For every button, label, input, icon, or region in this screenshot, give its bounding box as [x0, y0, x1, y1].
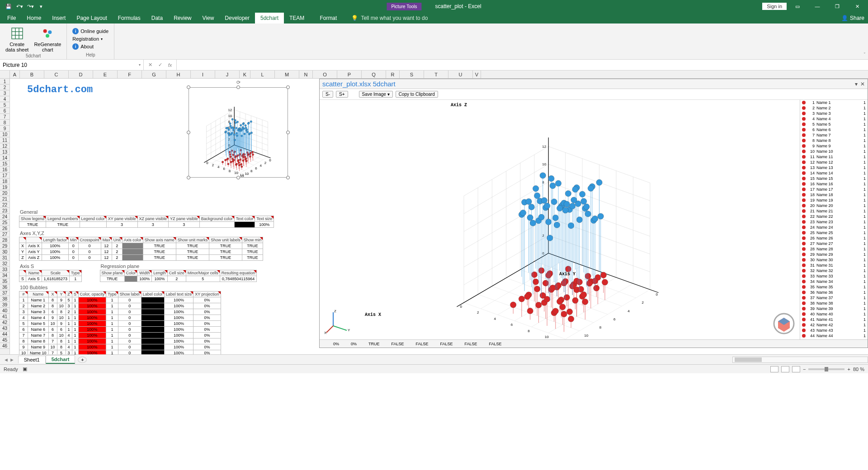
minimize-icon[interactable]: — [808, 0, 826, 13]
column-header[interactable]: J [215, 70, 240, 78]
row-header[interactable]: 15 [0, 161, 9, 167]
resize-handle[interactable] [286, 131, 290, 134]
legend-item[interactable]: 5 Name 51 [800, 122, 868, 127]
legend-item[interactable]: 34 Name 341 [800, 279, 868, 284]
formula-bar[interactable] [177, 60, 868, 70]
column-header[interactable]: F [118, 70, 142, 78]
legend-item[interactable]: 36 Name 361 [800, 290, 868, 295]
horizontal-scrollbar[interactable] [732, 357, 868, 363]
view-cube-icon[interactable] [773, 312, 795, 335]
s-minus-button[interactable]: S- [322, 91, 333, 98]
save-image-button[interactable]: Save Image ▾ [359, 91, 393, 98]
row-header[interactable]: 11 [0, 137, 9, 143]
row-header[interactable]: 9 [0, 126, 9, 132]
row-header[interactable]: 30 [0, 249, 9, 255]
row-header[interactable]: 4 [0, 96, 9, 102]
row-header[interactable]: 20 [0, 190, 9, 196]
resize-handle[interactable] [236, 176, 240, 179]
legend-item[interactable]: 13 Name 131 [800, 165, 868, 170]
tab-5dchart[interactable]: 5dchart [255, 13, 284, 24]
column-header[interactable]: V [473, 70, 481, 78]
legend-item[interactable]: 33 Name 331 [800, 273, 868, 279]
row-header[interactable]: 8 [0, 120, 9, 126]
legend-item[interactable]: 28 Name 281 [800, 246, 868, 252]
column-header[interactable]: N [299, 70, 313, 78]
legend-item[interactable]: 19 Name 191 [800, 197, 868, 203]
select-all-corner[interactable] [0, 70, 10, 78]
registration-button[interactable]: Registration▾ [71, 36, 110, 42]
row-header[interactable]: 16 [0, 167, 9, 173]
legend-item[interactable]: 42 Name 421 [800, 322, 868, 328]
column-header[interactable]: R [386, 70, 400, 78]
column-header[interactable]: E [93, 70, 118, 78]
row-header[interactable]: 5 [0, 102, 9, 108]
zoom-level[interactable]: 80 % [853, 367, 864, 372]
axis-s-table[interactable]: NameScaleTypeSAxis S1,6181852731 [19, 270, 82, 282]
tell-me-search[interactable]: 💡 Tell me what you want to do [351, 13, 428, 24]
legend-item[interactable]: 24 Name 241 [800, 225, 868, 230]
regression-table[interactable]: Show planeColorWidthLengthCell sizeMinor… [100, 270, 257, 282]
ribbon-options-icon[interactable]: ▭ [788, 0, 807, 13]
row-header[interactable]: 45 [0, 337, 9, 343]
row-header[interactable]: 19 [0, 184, 9, 190]
legend-item[interactable]: 31 Name 311 [800, 263, 868, 268]
legend-item[interactable]: 7 Name 71 [800, 132, 868, 138]
zoom-slider[interactable] [808, 368, 844, 370]
row-header[interactable]: 26 [0, 226, 9, 231]
row-header[interactable]: 12 [0, 143, 9, 149]
legend-item[interactable]: 29 Name 291 [800, 252, 868, 257]
redo-icon[interactable]: ↷▾ [25, 1, 35, 11]
legend-item[interactable]: 4 Name 41 [800, 116, 868, 122]
pane-dropdown-icon[interactable]: ▾ [855, 81, 858, 87]
column-header[interactable]: M [275, 70, 299, 78]
column-header[interactable]: G [142, 70, 166, 78]
regenerate-chart-button[interactable]: ReGenerate chart [32, 25, 63, 53]
sheet-nav-next-icon[interactable]: ► [9, 357, 14, 362]
legend-item[interactable]: 11 Name 111 [800, 154, 868, 160]
legend-item[interactable]: 2 Name 21 [800, 105, 868, 111]
row-header[interactable]: 23 [0, 208, 9, 214]
signin-button[interactable]: Sign in [762, 3, 787, 10]
resize-handle[interactable] [236, 85, 240, 89]
tab-team[interactable]: TEAM [284, 13, 310, 24]
share-button[interactable]: 👤 Share [841, 13, 864, 24]
row-header[interactable]: 28 [0, 237, 9, 243]
legend-item[interactable]: 8 Name 81 [800, 138, 868, 143]
general-table[interactable]: Show legendLegend numbersLegend colorXY … [19, 216, 274, 228]
column-header[interactable]: S [400, 70, 424, 78]
column-header[interactable]: U [448, 70, 473, 78]
sheet-tab-5dchart[interactable]: 5dchart [46, 355, 75, 364]
legend-item[interactable]: 22 Name 221 [800, 214, 868, 219]
row-header[interactable]: 43 [0, 325, 9, 331]
legend-item[interactable]: 20 Name 201 [800, 203, 868, 208]
legend-item[interactable]: 3 Name 31 [800, 111, 868, 116]
legend-item[interactable]: 43 Name 431 [800, 328, 868, 333]
s-plus-button[interactable]: S+ [336, 91, 348, 98]
tab-file[interactable]: File [2, 13, 21, 24]
zoom-out-icon[interactable]: − [803, 367, 806, 372]
save-icon[interactable]: 💾 [4, 1, 14, 11]
column-header[interactable]: A [10, 70, 20, 78]
chart-picture-selected[interactable]: ⟳ 000222444666888101010121212 [189, 87, 288, 178]
column-header[interactable]: Q [362, 70, 386, 78]
close-icon[interactable]: ✕ [848, 0, 866, 13]
normal-view-icon[interactable] [770, 366, 778, 372]
row-header[interactable]: 3 [0, 90, 9, 96]
column-header[interactable]: T [424, 70, 448, 78]
legend-item[interactable]: 23 Name 231 [800, 219, 868, 225]
row-header[interactable]: 34 [0, 273, 9, 278]
row-header[interactable]: 29 [0, 243, 9, 249]
row-header[interactable]: 31 [0, 255, 9, 261]
tab-view[interactable]: View [197, 13, 220, 24]
row-header[interactable]: 36 [0, 284, 9, 290]
legend-item[interactable]: 30 Name 301 [800, 257, 868, 263]
collapse-ribbon-icon[interactable]: ˇ [864, 52, 865, 57]
row-header[interactable]: 37 [0, 290, 9, 296]
row-header[interactable]: 13 [0, 149, 9, 155]
qat-customize-icon[interactable]: ▾ [36, 1, 46, 11]
legend-item[interactable]: 15 Name 151 [800, 176, 868, 181]
name-box[interactable]: Picture 10 [0, 60, 144, 70]
row-header[interactable]: 21 [0, 196, 9, 202]
sheet-tab-sheet1[interactable]: Sheet1 [18, 356, 46, 363]
row-header[interactable]: 46 [0, 343, 9, 349]
